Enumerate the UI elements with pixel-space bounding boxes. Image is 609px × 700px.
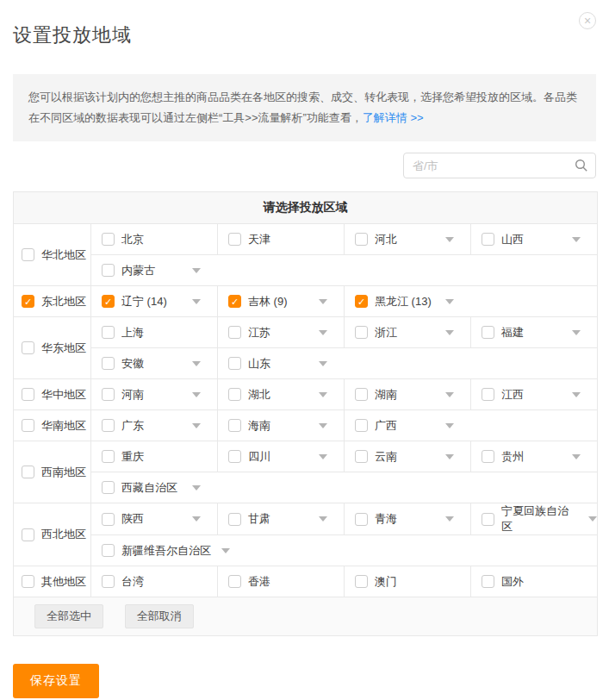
province-cell[interactable]: 湖南 [345,379,471,410]
chevron-down-icon[interactable] [572,237,581,242]
save-settings-button[interactable]: 保存设置 [13,664,99,698]
region-checkbox[interactable] [22,528,34,541]
chevron-down-icon[interactable] [319,454,327,459]
province-checkbox[interactable] [355,419,368,432]
province-checkbox[interactable] [102,513,115,526]
province-checkbox[interactable] [228,513,241,526]
chevron-down-icon[interactable] [445,423,454,428]
province-checkbox[interactable] [102,419,115,432]
province-checkbox[interactable] [228,388,241,401]
region-cell[interactable]: 华中地区 [14,379,91,410]
province-checkbox[interactable] [355,513,368,526]
province-cell[interactable]: 广东 [91,410,218,441]
province-checkbox[interactable] [102,233,115,246]
province-cell[interactable]: 安徽 [91,348,218,379]
chevron-down-icon[interactable] [319,392,327,397]
chevron-down-icon[interactable] [445,330,454,335]
province-checkbox[interactable] [102,544,115,557]
province-cell[interactable]: 宁夏回族自治区 [471,503,598,535]
cancel-all-button[interactable]: 全部取消 [125,604,194,628]
province-checkbox[interactable] [355,233,368,246]
province-cell[interactable]: 内蒙古 [91,255,598,286]
province-cell[interactable]: 福建 [471,317,598,348]
province-cell[interactable]: 山东 [218,348,598,379]
chevron-down-icon[interactable] [319,516,327,522]
chevron-down-icon[interactable] [445,454,454,459]
province-cell[interactable]: 西藏自治区 [91,472,598,503]
province-checkbox-checked[interactable]: ✓ [102,295,115,308]
chevron-down-icon[interactable] [192,299,201,304]
province-cell[interactable]: ✓辽宁 (14) [91,286,218,317]
province-checkbox[interactable] [482,450,494,463]
chevron-down-icon[interactable] [192,516,201,522]
province-checkbox[interactable] [482,388,494,401]
chevron-down-icon[interactable] [445,299,454,304]
province-checkbox[interactable] [102,264,115,277]
region-cell[interactable]: 华东地区 [14,317,91,379]
chevron-down-icon[interactable] [221,548,230,553]
province-checkbox[interactable] [355,575,368,588]
province-cell[interactable]: 河南 [91,379,218,410]
province-checkbox[interactable] [102,450,115,463]
province-checkbox[interactable] [228,419,241,432]
region-cell[interactable]: 西北地区 [14,503,91,566]
province-checkbox[interactable] [228,357,241,370]
close-icon[interactable]: × [579,12,596,29]
province-checkbox[interactable] [482,326,494,339]
province-checkbox[interactable] [228,233,241,246]
province-cell[interactable]: 陕西 [91,503,218,535]
province-cell[interactable]: 上海 [91,317,218,348]
province-cell[interactable]: 天津 [218,224,345,255]
chevron-down-icon[interactable] [319,330,327,335]
chevron-down-icon[interactable] [192,361,201,366]
region-checkbox[interactable] [22,466,34,478]
chevron-down-icon[interactable] [588,516,597,522]
province-checkbox[interactable] [482,513,494,526]
province-cell[interactable]: 广西 [345,410,598,441]
province-cell[interactable]: ✓吉林 (9) [218,286,345,317]
search-icon[interactable] [575,159,588,172]
chevron-down-icon[interactable] [445,516,454,522]
learn-more-link[interactable]: 了解详情 >> [363,111,424,124]
province-cell[interactable]: 湖北 [218,379,345,410]
province-checkbox[interactable] [102,575,115,588]
region-checkbox[interactable] [22,388,34,401]
region-cell[interactable]: 西南地区 [14,441,91,503]
province-cell[interactable]: 甘肃 [218,503,345,535]
province-checkbox[interactable] [228,575,241,588]
region-cell[interactable]: 其他地区 [14,566,91,597]
province-cell[interactable]: 江苏 [218,317,345,348]
province-checkbox[interactable] [102,326,115,339]
province-search-input[interactable] [403,153,596,178]
province-cell[interactable]: 澳门 [345,566,471,597]
province-checkbox[interactable] [102,357,115,370]
chevron-down-icon[interactable] [572,454,581,459]
province-cell[interactable]: 河北 [345,224,471,255]
province-checkbox-checked[interactable]: ✓ [228,295,241,308]
region-checkbox[interactable] [22,341,34,354]
chevron-down-icon[interactable] [192,423,201,428]
province-cell[interactable]: 浙江 [345,317,471,348]
province-checkbox[interactable] [482,575,494,588]
chevron-down-icon[interactable] [445,237,454,242]
province-cell[interactable]: 青海 [345,503,471,535]
province-cell[interactable]: 贵州 [471,441,598,472]
chevron-down-icon[interactable] [572,392,581,397]
region-checkbox-checked[interactable]: ✓ [22,295,34,308]
chevron-down-icon[interactable] [319,299,327,304]
province-cell[interactable]: 国外 [471,566,598,597]
province-checkbox[interactable] [228,326,241,339]
region-checkbox[interactable] [22,575,34,588]
chevron-down-icon[interactable] [192,485,201,491]
province-cell[interactable]: 重庆 [91,441,218,472]
province-checkbox[interactable] [355,450,368,463]
province-cell[interactable]: 云南 [345,441,471,472]
province-cell[interactable]: 北京 [91,224,218,255]
region-cell[interactable]: 华北地区 [14,224,91,286]
province-checkbox[interactable] [355,326,368,339]
province-checkbox[interactable] [102,481,115,494]
province-cell[interactable]: 海南 [218,410,345,441]
select-all-button[interactable]: 全部选中 [34,604,103,628]
chevron-down-icon[interactable] [319,423,327,428]
province-cell[interactable]: 四川 [218,441,345,472]
